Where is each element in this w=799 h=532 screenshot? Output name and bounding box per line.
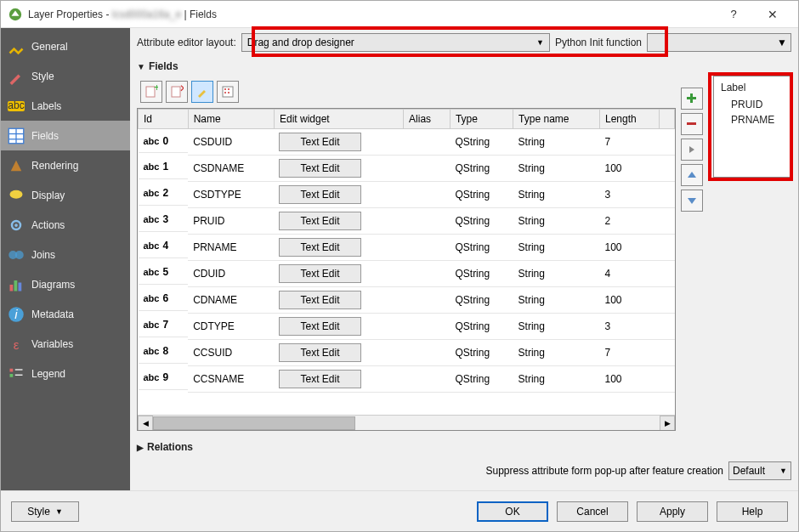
col-alias[interactable]: Alias xyxy=(404,110,450,129)
expression-button[interactable] xyxy=(681,139,703,161)
edit-widget-button[interactable]: Text Edit xyxy=(279,291,360,309)
col-type-name[interactable]: Type name xyxy=(513,110,600,129)
suppress-label: Suppress attribute form pop-up after fea… xyxy=(486,465,724,477)
cell-alias[interactable] xyxy=(404,129,450,156)
cell-alias[interactable] xyxy=(404,261,450,287)
cell-length: 4 xyxy=(599,261,659,287)
svg-rect-32 xyxy=(687,97,696,99)
svg-rect-33 xyxy=(687,122,696,125)
table-row[interactable]: abc 1CSDNAMEText EditQStringString100 xyxy=(139,156,675,182)
sidebar-item-label: Joins xyxy=(31,249,55,261)
label-tree-item[interactable]: PRNAME xyxy=(721,112,784,127)
sidebar-item-actions[interactable]: Actions xyxy=(1,210,130,240)
col-length[interactable]: Length xyxy=(599,110,659,129)
edit-widget-button[interactable]: Text Edit xyxy=(279,133,360,151)
svg-point-29 xyxy=(224,92,226,93)
col-id[interactable]: Id xyxy=(139,110,189,129)
label-tree-item[interactable]: PRUID xyxy=(721,97,784,112)
horizontal-scrollbar[interactable]: ◀ ▶ xyxy=(138,415,675,430)
help-titlebar[interactable]: ? xyxy=(717,8,751,20)
table-row[interactable]: abc 4PRNAMEText EditQStringString100 xyxy=(139,235,675,261)
sidebar-item-label: Variables xyxy=(31,338,73,350)
suppress-combo[interactable]: Default ▼ xyxy=(728,461,791,480)
cell-typename: String xyxy=(513,366,600,393)
svg-rect-18 xyxy=(10,368,14,371)
table-row[interactable]: abc 2CSDTYPEText EditQStringString3 xyxy=(139,182,675,208)
col-edit-widget[interactable]: Edit widget xyxy=(274,110,403,129)
edit-widget-button[interactable]: Text Edit xyxy=(279,238,360,257)
sidebar-item-labels[interactable]: abcLabels xyxy=(1,91,130,121)
sidebar-item-metadata[interactable]: iMetadata xyxy=(1,299,130,329)
cell-id: abc 9 xyxy=(139,366,189,390)
style-menu-button[interactable]: Style ▼ xyxy=(11,501,79,522)
delete-field-button[interactable]: ✕ xyxy=(166,81,188,103)
cell-typename: String xyxy=(513,287,600,314)
table-row[interactable]: abc 6CDNAMEText EditQStringString100 xyxy=(139,287,675,314)
table-row[interactable]: abc 8CCSUIDText EditQStringString7 xyxy=(139,340,675,366)
cell-name: PRUID xyxy=(188,208,274,235)
svg-point-27 xyxy=(224,88,226,90)
field-calculator-button[interactable] xyxy=(217,81,239,103)
cell-typename: String xyxy=(513,261,600,287)
sidebar-item-fields[interactable]: Fields xyxy=(1,121,130,150)
edit-widget-button[interactable]: Text Edit xyxy=(279,317,360,336)
edit-widget-button[interactable]: Text Edit xyxy=(279,370,360,388)
cell-alias[interactable] xyxy=(404,156,450,182)
remove-item-button[interactable] xyxy=(681,113,703,135)
col-name[interactable]: Name xyxy=(188,110,274,129)
scroll-thumb[interactable] xyxy=(153,416,355,430)
sidebar-item-display[interactable]: Display xyxy=(1,180,130,210)
cell-alias[interactable] xyxy=(404,235,450,261)
sidebar-item-legend[interactable]: Legend xyxy=(1,359,130,388)
table-row[interactable]: abc 7CDTYPEText EditQStringString3 xyxy=(139,314,675,340)
sidebar-item-style[interactable]: Style xyxy=(1,61,130,91)
edit-widget-button[interactable]: Text Edit xyxy=(279,185,360,204)
new-field-button[interactable]: + xyxy=(140,81,162,103)
sidebar-item-joins[interactable]: Joins xyxy=(1,240,130,269)
move-up-button[interactable] xyxy=(681,164,703,186)
scroll-left-button[interactable]: ◀ xyxy=(138,416,153,431)
attr-editor-layout-combo[interactable]: Drag and drop designer ▼ xyxy=(241,33,550,52)
dialog-footer: Style ▼ OK Cancel Apply Help xyxy=(1,490,798,531)
relations-section-header[interactable]: ▶ Relations xyxy=(137,441,676,453)
edit-mode-button[interactable] xyxy=(191,81,213,103)
designer-label-tree[interactable]: Label PRUID PRNAME xyxy=(713,76,791,178)
table-row[interactable]: abc 5CDUIDText EditQStringString4 xyxy=(139,261,675,287)
wrench-icon xyxy=(8,38,25,55)
edit-widget-button[interactable]: Text Edit xyxy=(279,343,360,362)
fields-section-header[interactable]: ▼ Fields xyxy=(137,60,791,72)
cancel-button[interactable]: Cancel xyxy=(557,501,628,522)
help-button[interactable]: Help xyxy=(717,501,788,522)
ok-button[interactable]: OK xyxy=(477,501,548,522)
scroll-right-button[interactable]: ▶ xyxy=(660,416,675,431)
python-init-combo[interactable]: ▼ xyxy=(647,33,791,52)
cell-alias[interactable] xyxy=(404,314,450,340)
apply-button[interactable]: Apply xyxy=(637,501,708,522)
cell-id: abc 6 xyxy=(139,287,189,311)
table-row[interactable]: abc 9CCSNAMEText EditQStringString100 xyxy=(139,366,675,393)
cell-alias[interactable] xyxy=(404,208,450,235)
sidebar-item-rendering[interactable]: Rendering xyxy=(1,150,130,180)
cell-spacer xyxy=(660,340,675,366)
close-button[interactable]: ✕ xyxy=(754,2,791,27)
cell-alias[interactable] xyxy=(404,366,450,393)
cell-alias[interactable] xyxy=(404,287,450,314)
sidebar-item-diagrams[interactable]: Diagrams xyxy=(1,269,130,299)
move-down-button[interactable] xyxy=(681,190,703,212)
edit-widget-button[interactable]: Text Edit xyxy=(279,159,360,178)
table-row[interactable]: abc 3PRUIDText EditQStringString2 xyxy=(139,208,675,235)
sidebar-item-general[interactable]: General xyxy=(1,31,130,61)
edit-widget-button[interactable]: Text Edit xyxy=(279,264,360,283)
cell-spacer xyxy=(660,156,675,182)
edit-widget-button[interactable]: Text Edit xyxy=(279,212,360,230)
add-item-button[interactable] xyxy=(681,88,703,110)
col-type[interactable]: Type xyxy=(450,110,513,129)
cell-alias[interactable] xyxy=(404,340,450,366)
table-row[interactable]: abc 0CSDUIDText EditQStringString7 xyxy=(139,129,675,156)
cell-id: abc 0 xyxy=(139,129,189,153)
cell-alias[interactable] xyxy=(404,182,450,208)
svg-text:ε: ε xyxy=(14,337,20,352)
cell-id: abc 7 xyxy=(139,314,189,337)
sidebar-item-variables[interactable]: εVariables xyxy=(1,329,130,359)
cell-type: QString xyxy=(450,129,513,156)
